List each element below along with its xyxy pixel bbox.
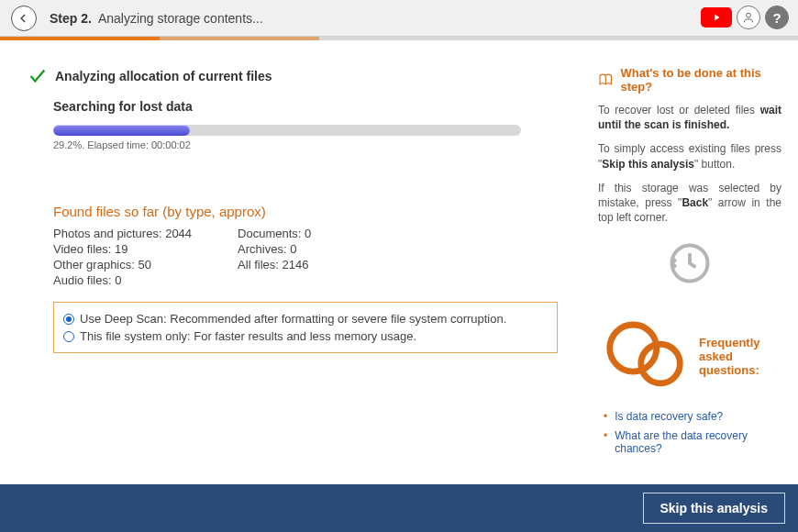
radio-icon (63, 314, 74, 325)
radio-icon (63, 331, 74, 342)
skip-analysis-button[interactable]: Skip this analysis (643, 493, 786, 524)
side-p1: To recover lost or deleted files wait un… (598, 103, 781, 132)
found-files-stats: Photos and pictures: 2044 Video files: 1… (53, 227, 578, 287)
side-p3: If this storage was selected by mistake,… (598, 181, 781, 226)
faq-list: Is data recovery safe? What are the data… (598, 410, 781, 455)
scan-mode-fs-only[interactable]: This file system only: For faster result… (63, 327, 548, 345)
svg-point-0 (747, 13, 751, 17)
scan-progress-fill (53, 125, 190, 136)
step-number: Step 2. (50, 11, 92, 26)
stats-col-1: Photos and pictures: 2044 Video files: 1… (53, 227, 192, 287)
youtube-button[interactable] (701, 7, 732, 28)
scan-progress-bar (53, 125, 521, 136)
faq-link[interactable]: Is data recovery safe? (615, 410, 723, 423)
faq-item: What are the data recovery chances? (604, 429, 781, 455)
step-subtitle: Analyzing storage contents... (98, 11, 263, 26)
spinner-icon (598, 239, 781, 287)
top-bar-actions: ? (701, 6, 789, 29)
side-panel: What's to be done at this step? To recov… (596, 40, 798, 484)
faq-icon (598, 309, 692, 403)
scan-mode-box: Use Deep Scan: Recommended after formatt… (53, 302, 558, 353)
side-header: What's to be done at this step? (598, 66, 781, 94)
faq-title: Frequently asked questions: (699, 336, 781, 377)
faq-header: Frequently asked questions: (598, 309, 781, 403)
side-p2: To simply access existing files press "S… (598, 141, 781, 171)
checkmark-icon (28, 66, 48, 86)
scan-progress-text: 29.2%. Elapsed time: 00:00:02 (53, 139, 578, 150)
task-done-row: Analyzing allocation of current files (28, 66, 578, 86)
help-button[interactable]: ? (765, 6, 789, 29)
scan-mode-deep[interactable]: Use Deep Scan: Recommended after formatt… (63, 310, 548, 327)
current-task-label: Searching for lost data (53, 99, 578, 114)
task-done-label: Analyzing allocation of current files (55, 69, 272, 83)
stats-col-2: Documents: 0 Archives: 0 All files: 2146 (238, 227, 311, 287)
scan-mode-fs-only-label: This file system only: For faster result… (80, 329, 416, 343)
found-files-header: Found files so far (by type, approx) (53, 204, 578, 219)
book-icon (598, 72, 613, 88)
faq-link[interactable]: What are the data recovery chances? (615, 429, 781, 455)
top-bar: Step 2. Analyzing storage contents... ? (0, 0, 798, 37)
account-button[interactable] (737, 6, 760, 29)
side-title: What's to be done at this step? (620, 66, 781, 94)
faq-item: Is data recovery safe? (604, 410, 781, 425)
back-button[interactable] (11, 6, 37, 31)
scan-mode-deep-label: Use Deep Scan: Recommended after formatt… (80, 312, 506, 326)
footer-bar: Skip this analysis (0, 484, 798, 532)
main-panel: Analyzing allocation of current files Se… (0, 40, 596, 484)
step-title: Step 2. Analyzing storage contents... (50, 11, 263, 26)
